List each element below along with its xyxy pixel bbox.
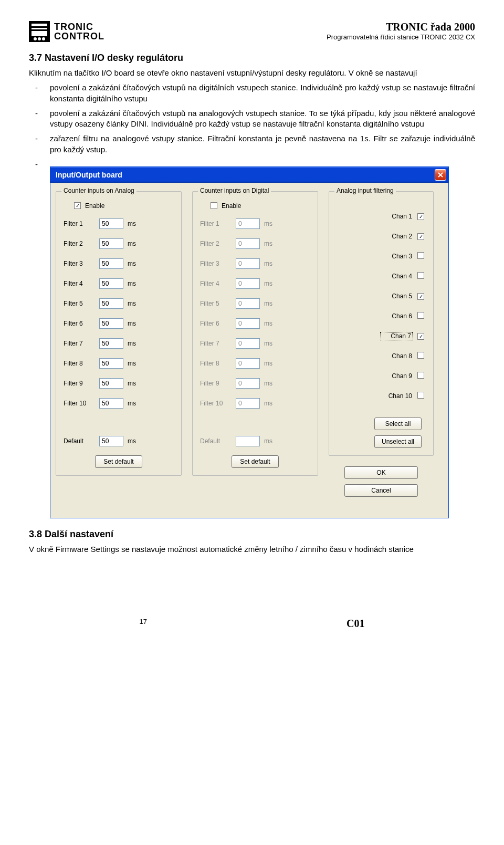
unit-ms: ms <box>264 340 275 347</box>
unit-ms: ms <box>264 220 275 227</box>
logo-text-1: TRONIC <box>54 22 104 32</box>
analog-filter-input-3[interactable] <box>99 258 123 269</box>
digital-default-label: Default <box>200 437 232 445</box>
analog-filter-input-4[interactable] <box>99 278 123 289</box>
chan-checkbox-7[interactable] <box>417 333 424 340</box>
digital-filter-input-3[interactable] <box>236 258 260 269</box>
page-footer: 17 C01 <box>29 618 475 630</box>
page-number: 17 <box>140 618 147 630</box>
unit-ms: ms <box>264 360 275 367</box>
unit-ms: ms <box>264 260 275 267</box>
digital-filter-input-9[interactable] <box>236 378 260 389</box>
svg-rect-3 <box>32 29 47 31</box>
digital-filter-label: Filter 2 <box>200 240 232 247</box>
digital-filter-input-6[interactable] <box>236 318 260 329</box>
digital-filter-input-5[interactable] <box>236 298 260 309</box>
digital-filter-label: Filter 7 <box>200 340 232 347</box>
bullet-3: zařazení filtru na analogové vstupy stan… <box>50 133 475 155</box>
analog-default-input[interactable] <box>99 436 123 446</box>
digital-filter-input-7[interactable] <box>236 338 260 349</box>
digital-enable-checkbox[interactable] <box>211 202 217 209</box>
analog-filter-input-9[interactable] <box>99 378 123 389</box>
section-3-8-body: V okně Firmware Settings se nastavuje mo… <box>29 544 475 555</box>
group-counter-analog: Counter inputs on Analog Enable Filter 1… <box>56 191 182 476</box>
chan-label-4: Chan 4 <box>381 273 412 280</box>
series-title: TRONIC řada 2000 <box>327 21 475 33</box>
chan-label-3: Chan 3 <box>381 253 412 260</box>
unit-ms: ms <box>264 400 275 407</box>
logo-text-2: CONTROL <box>54 32 104 41</box>
bullet-1: povolení a zakázání čítačových vstupů na… <box>50 82 475 104</box>
section-3-7-intro: Kliknutím na tlačítko I/O board se otevř… <box>29 68 475 78</box>
digital-set-default-button[interactable]: Set default <box>232 455 279 468</box>
digital-filter-label: Filter 3 <box>200 260 232 267</box>
analog-filter-input-1[interactable] <box>99 218 123 229</box>
chan-checkbox-1[interactable] <box>417 213 424 220</box>
chan-label-9: Chan 9 <box>381 372 412 380</box>
digital-filter-input-2[interactable] <box>236 238 260 249</box>
digital-filter-label: Filter 1 <box>200 220 232 227</box>
chan-checkbox-6[interactable] <box>417 312 424 319</box>
chan-checkbox-9[interactable] <box>417 372 424 379</box>
analog-filter-label: Filter 1 <box>64 220 95 227</box>
chan-checkbox-2[interactable] <box>417 233 424 240</box>
unit-ms: ms <box>128 340 138 347</box>
unit-ms: ms <box>128 300 138 307</box>
analog-filter-label: Filter 6 <box>64 320 95 327</box>
chan-label-10: Chan 10 <box>381 392 412 400</box>
analog-set-default-button[interactable]: Set default <box>95 455 142 468</box>
digital-filter-input-10[interactable] <box>236 398 260 409</box>
close-icon[interactable] <box>435 169 446 181</box>
digital-filter-label: Filter 5 <box>200 300 232 307</box>
digital-filter-input-8[interactable] <box>236 358 260 369</box>
section-3-8-title: 3.8 Další nastavení <box>29 529 475 540</box>
footer-code: C01 <box>346 618 364 630</box>
analog-filter-input-10[interactable] <box>99 398 123 409</box>
unit-ms: ms <box>128 220 138 227</box>
digital-default-input[interactable] <box>236 436 260 446</box>
section-3-7-title: 3.7 Nastavení I/O desky regulátoru <box>29 53 475 64</box>
chan-checkbox-10[interactable] <box>417 392 424 399</box>
unselect-all-button[interactable]: Unselect all <box>374 435 422 448</box>
unit-ms: ms <box>128 320 138 327</box>
digital-filter-label: Filter 8 <box>200 360 232 367</box>
ok-button[interactable]: OK <box>344 466 418 479</box>
digital-enable-label: Enable <box>222 202 241 210</box>
analog-enable-checkbox[interactable] <box>74 202 81 209</box>
digital-filter-label: Filter 9 <box>200 380 232 387</box>
cancel-button[interactable]: Cancel <box>344 484 418 497</box>
unit-ms: ms <box>128 240 138 247</box>
chan-checkbox-8[interactable] <box>417 352 424 359</box>
chan-checkbox-3[interactable] <box>417 252 424 259</box>
analog-filter-input-6[interactable] <box>99 318 123 329</box>
logo-icon <box>29 21 50 42</box>
unit-ms: ms <box>128 280 138 287</box>
select-all-button[interactable]: Select all <box>374 418 422 430</box>
chan-label-6: Chan 6 <box>381 312 412 320</box>
unit-ms: ms <box>264 280 275 287</box>
digital-filter-input-4[interactable] <box>236 278 260 289</box>
chan-label-2: Chan 2 <box>381 233 412 240</box>
series-subtitle: Programovatelná řídicí stanice TRONIC 20… <box>327 33 475 41</box>
analog-filter-label: Filter 4 <box>64 280 95 287</box>
svg-rect-2 <box>32 26 47 28</box>
analog-enable-label: Enable <box>85 202 104 210</box>
digital-filter-input-1[interactable] <box>236 218 260 229</box>
chan-checkbox-4[interactable] <box>417 272 424 279</box>
chan-label-5: Chan 5 <box>381 293 412 300</box>
io-board-dialog: Input/Output board Counter inputs on Ana… <box>50 166 449 518</box>
dialog-titlebar[interactable]: Input/Output board <box>50 167 448 183</box>
unit-ms: ms <box>128 380 138 387</box>
analog-filter-input-7[interactable] <box>99 338 123 349</box>
bullet-2: povolení a zakázání čítačových vstupů na… <box>50 108 475 130</box>
analog-filter-input-2[interactable] <box>99 238 123 249</box>
analog-filter-input-5[interactable] <box>99 298 123 309</box>
analog-filter-input-8[interactable] <box>99 358 123 369</box>
svg-point-6 <box>42 37 45 40</box>
digital-filter-label: Filter 10 <box>200 400 232 407</box>
group-analog-filtering: Analog input filtering Chan 1Chan 2Chan … <box>329 191 434 456</box>
digital-filter-label: Filter 6 <box>200 320 232 327</box>
chan-checkbox-5[interactable] <box>417 293 424 300</box>
analog-filter-label: Filter 10 <box>64 400 95 407</box>
unit-ms: ms <box>128 400 138 407</box>
